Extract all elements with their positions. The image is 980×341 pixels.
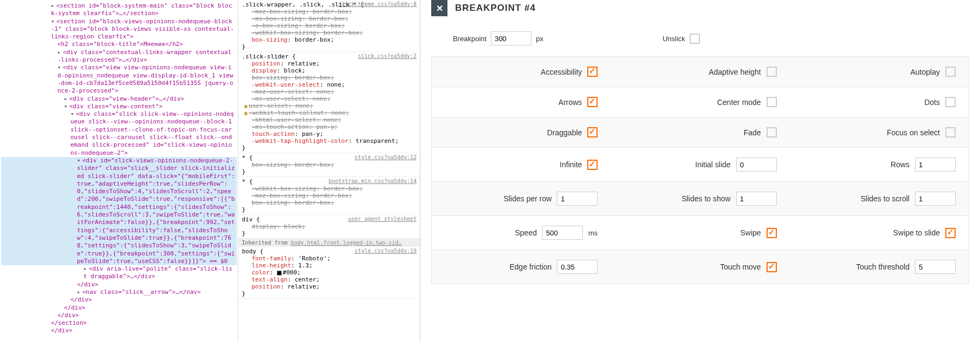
css-property[interactable]: display: block; [242,67,417,74]
dom-node-selected[interactable]: ▾<div id="slick-views-opinions-nodequeue… [1,157,237,265]
css-source-link[interactable]: style.css?oa5ddv:19 [355,248,417,254]
dom-node[interactable]: </div> [1,296,237,304]
css-property[interactable]: -ms-touch-action: pan-y; [242,123,417,130]
css-rule[interactable]: .slick-wrapper, .slick, .slick * { slick… [238,0,420,52]
checkbox[interactable] [587,97,598,107]
css-property[interactable]: box-sizing: border-box; [242,74,417,81]
css-property[interactable]: box-sizing: border-box; [242,161,417,168]
css-property[interactable]: -moz-user-select: none; [242,88,417,95]
checkbox[interactable] [767,228,777,238]
css-property[interactable]: touch-action: pan-y; [242,130,417,137]
settings-row: InfiniteInitial slideRows [432,148,969,182]
dom-node[interactable]: ▸<div class="view-header">…</div> [1,95,237,103]
settings-cell: Speedms [432,216,611,250]
css-property[interactable]: -webkit-box-sizing: border-box; [242,185,417,192]
field-label: Slides to scroll [861,194,910,203]
css-property[interactable]: box-sizing: border-box; [242,36,417,43]
inherited-link[interactable]: body.html.front.logged-in.two-sid… [291,240,402,246]
css-property[interactable]: -ms-box-sizing: border-box; [242,15,417,22]
css-property[interactable]: -ms-user-select: none; [242,95,417,102]
checkbox[interactable] [767,97,777,107]
color-swatch[interactable] [277,271,282,276]
dom-node[interactable]: ▸<div aria-live="polite" class="slick-li… [1,265,237,281]
css-property[interactable]: -khtml-user-select: none; [242,116,417,123]
checkbox[interactable] [587,160,598,170]
css-property[interactable]: -o-box-sizing: border-box; [242,22,417,29]
dom-node[interactable]: <h2 class="block-title">Мнения</h2> [1,41,237,48]
text-input[interactable] [557,260,598,274]
settings-row: Slides per rowSlides to showSlides to sc… [432,182,969,216]
dom-node[interactable]: </div> [1,304,237,312]
css-property[interactable]: color: #000; [242,269,417,276]
dom-node[interactable]: </div> [1,312,237,319]
close-icon[interactable]: ✕ [431,0,447,16]
dom-node[interactable]: ▾<div class="view view-opinions-nodequeu… [1,64,237,95]
dom-node[interactable]: ▸<nav class="slick__arrow">…</nav> [1,288,237,296]
css-property[interactable]: -moz-box-sizing: border-box; [242,192,417,199]
dom-node[interactable]: </div> [1,327,237,335]
inherited-from: Inherited from body.html.front.logged-in… [238,239,420,247]
css-property[interactable]: -webkit-box-sizing: border-box; [242,29,417,36]
css-source-link[interactable]: slick.css?oa5ddv:2 [358,53,417,59]
settings-cell: Adaptive height [611,57,789,87]
checkbox[interactable] [587,127,598,137]
css-property[interactable]: -webkit-user-select: none; [242,81,417,88]
css-source-link[interactable]: user agent stylesheet [348,216,417,222]
dom-node[interactable]: </div> [1,281,237,288]
devtools-panel: ▸<section id="block-system-main" class="… [0,0,420,341]
css-property[interactable]: position: relative; [242,60,417,67]
text-input[interactable] [542,226,583,240]
dom-node[interactable]: </section> [1,319,237,327]
settings-cell: Draggable [432,117,611,147]
text-input[interactable] [915,158,956,172]
dom-node[interactable]: ▸<section id="block-system-main" class="… [1,2,237,18]
dom-node[interactable]: ▾<div class="slick slick-view--opinions-… [1,110,237,157]
dom-node[interactable]: ▾<div class="view-content"> [1,103,237,110]
css-property[interactable]: ▲user-select: none; [242,102,417,109]
css-property[interactable]: -webkit-tap-highlight-color: transparent… [242,137,417,145]
settings-cell: Rows [790,148,969,181]
breakpoint-input[interactable] [491,31,531,45]
css-rule[interactable]: div { user agent stylesheetdisplay: bloc… [238,215,420,239]
css-source-link[interactable]: slick.theme.css?oa5ddv:8 [339,1,417,7]
css-source-link[interactable]: bootstrap.min.css?oa5ddv:14 [328,178,417,184]
css-property[interactable]: ▲-webkit-touch-callout: none; [242,109,417,116]
checkbox[interactable] [767,262,777,272]
warning-icon: ▲ [244,102,248,109]
text-input[interactable] [915,260,956,274]
field-label: Slides per row [504,194,552,203]
dom-node[interactable]: ▾<section id="block-views-opinions-nodeq… [1,18,237,41]
text-input[interactable] [736,158,777,172]
css-property[interactable]: line-height: 1.3; [242,262,417,269]
breakpoint-label: Breakpoint [453,35,486,43]
checkbox[interactable] [945,67,956,77]
css-property[interactable]: box-sizing: border-box; [242,199,417,206]
css-rule[interactable]: * { style.css?oa5ddv:12box-sizing: borde… [238,153,420,177]
css-rule[interactable]: body { style.css?oa5ddv:19font-family: '… [238,247,420,299]
styles-panel[interactable]: .slick-wrapper, .slick, .slick * { slick… [238,0,420,341]
text-input[interactable] [915,192,956,206]
checkbox[interactable] [767,67,777,77]
css-rule[interactable]: * { bootstrap.min.css?oa5ddv:14-webkit-b… [238,177,420,215]
text-input[interactable] [736,192,777,206]
settings-row: DraggableFadeFocus on select [432,117,969,148]
checkbox[interactable] [587,67,598,77]
checkbox[interactable] [945,228,956,238]
checkbox[interactable] [945,127,956,137]
field-label: Touch move [720,263,761,271]
settings-cell: Slides to show [611,182,789,215]
css-property[interactable]: position: relative; [242,283,417,290]
elements-tree[interactable]: ▸<section id="block-system-main" class="… [0,0,238,341]
css-property[interactable]: -moz-box-sizing: border-box; [242,8,417,15]
checkbox[interactable] [945,97,956,107]
css-property[interactable]: font-family: 'Roboto'; [242,255,417,262]
field-label: Adaptive height [709,68,761,76]
unslick-checkbox[interactable] [690,34,700,44]
css-rule[interactable]: .slick-slider { slick.css?oa5ddv:2positi… [238,52,420,153]
css-source-link[interactable]: style.css?oa5ddv:12 [355,154,417,160]
dom-node[interactable]: ▸<div class="contextual-links-wrapper co… [1,49,237,64]
text-input[interactable] [557,192,598,206]
checkbox[interactable] [767,127,777,137]
css-property[interactable]: display: block; [242,223,417,230]
css-property[interactable]: text-align: center; [242,276,417,283]
